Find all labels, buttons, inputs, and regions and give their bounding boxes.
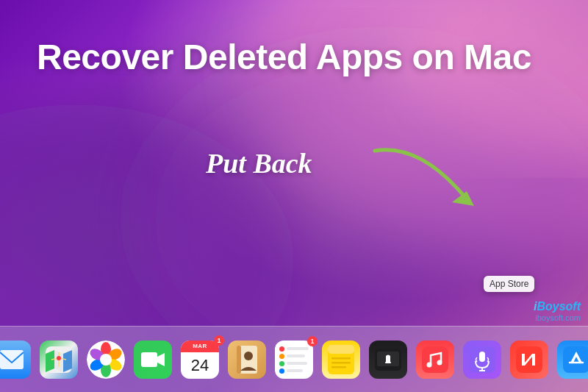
dock-item-podcasts[interactable] — [461, 338, 503, 381]
dock-item-notes[interactable] — [320, 338, 362, 381]
news-icon — [510, 341, 548, 379]
svg-rect-23 — [331, 362, 351, 364]
svg-rect-36 — [563, 346, 588, 373]
dock-item-contacts[interactable] — [226, 338, 268, 381]
watermark-domain: iboysoft.com — [534, 313, 581, 322]
svg-rect-16 — [141, 352, 157, 367]
facetime-icon — [134, 341, 172, 379]
dock-item-tv[interactable] — [367, 338, 409, 381]
maps-icon — [40, 341, 78, 379]
svg-rect-27 — [385, 362, 391, 363]
podcasts-icon — [463, 341, 501, 379]
reminders-badge: 1 — [307, 336, 318, 346]
put-back-area: Put Back — [206, 147, 312, 179]
reminders-icon — [275, 341, 313, 379]
appstore-icon — [557, 341, 588, 379]
photos-icon — [87, 341, 125, 379]
dock-item-calendar[interactable]: MAR 24 1 — [179, 338, 221, 381]
tv-icon — [369, 341, 407, 379]
svg-rect-5 — [0, 350, 24, 369]
contacts-icon — [228, 341, 266, 379]
svg-point-29 — [427, 362, 432, 367]
dock: MAR 24 1 — [0, 326, 588, 392]
calendar-icon: MAR 24 — [181, 341, 219, 379]
arrow-container — [360, 136, 478, 213]
dock-item-music[interactable] — [414, 338, 456, 381]
mail-icon — [0, 341, 31, 379]
watermark-brand: iBoysoft — [534, 300, 581, 313]
dock-item-reminders[interactable]: 1 — [273, 338, 315, 381]
svg-rect-18 — [237, 346, 241, 374]
music-icon — [416, 341, 454, 379]
dock-item-news[interactable] — [508, 338, 551, 381]
svg-point-7 — [57, 356, 61, 360]
put-back-text: Put Back — [206, 147, 312, 179]
calendar-badge: 1 — [214, 335, 224, 346]
dock-item-appstore[interactable] — [555, 338, 588, 381]
svg-rect-28 — [422, 346, 448, 373]
svg-rect-21 — [328, 345, 354, 354]
dock-item-facetime[interactable] — [132, 338, 174, 381]
main-title: Recover Deleted Apps on Mac — [37, 37, 551, 77]
app-store-tooltip: App Store — [484, 276, 534, 292]
dock-item-mail[interactable] — [0, 338, 33, 381]
notes-icon — [322, 341, 360, 379]
dock-item-photos[interactable] — [85, 338, 127, 381]
calendar-month: MAR — [181, 341, 219, 352]
svg-point-19 — [244, 352, 253, 360]
dock-item-maps[interactable] — [37, 338, 80, 381]
svg-rect-22 — [331, 357, 351, 360]
svg-point-15 — [100, 354, 112, 366]
watermark: iBoysoft iboysoft.com — [534, 300, 581, 322]
svg-point-30 — [437, 360, 442, 365]
svg-rect-32 — [479, 352, 485, 362]
calendar-day: 24 — [181, 352, 219, 379]
svg-rect-24 — [331, 366, 346, 368]
title-area: Recover Deleted Apps on Mac — [0, 0, 588, 92]
